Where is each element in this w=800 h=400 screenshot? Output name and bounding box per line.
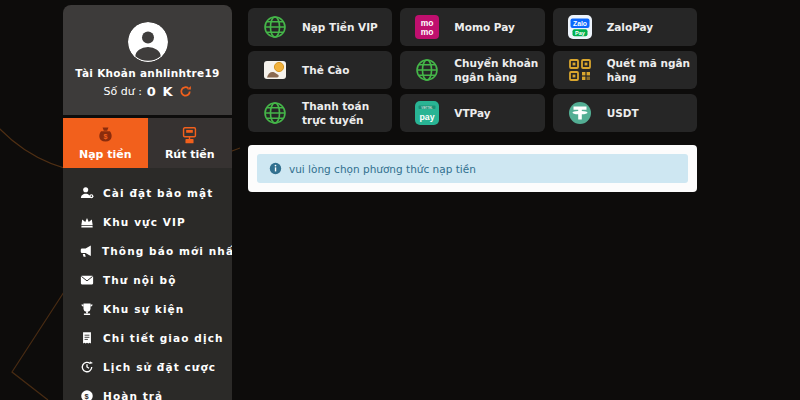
sidebar-item-label: Lịch sử đặt cược <box>103 361 216 373</box>
svg-text:pay: pay <box>420 112 435 122</box>
payment-method-label: Nạp Tiền VIP <box>302 20 378 34</box>
tab-withdraw[interactable]: Rút tiền <box>148 118 233 168</box>
history-icon <box>79 360 94 374</box>
deposit-icon: $ <box>96 126 115 145</box>
user-cog-icon <box>79 186 94 200</box>
info-icon <box>269 162 282 175</box>
main-content: Nạp Tiền VIPmomoMomo PayZaloPayZaloPayTh… <box>248 8 697 192</box>
alert-text: vui lòng chọn phương thức nạp tiền <box>289 163 476 175</box>
globe-icon <box>414 57 440 83</box>
payment-method-label: Quét mã ngân hàng <box>607 56 691 84</box>
momo-icon: momo <box>414 15 440 39</box>
refresh-balance-icon[interactable] <box>179 85 192 98</box>
payment-method-vip-deposit[interactable]: Nạp Tiền VIP <box>248 8 392 46</box>
dollar-icon: $ <box>79 389 94 400</box>
sidebar-item-bet-history[interactable]: Lịch sử đặt cược <box>79 352 232 381</box>
sidebar-item-rebate[interactable]: $Hoàn trả <box>79 381 232 400</box>
account-name: Tài Khoản anhlinhtre19 <box>75 67 219 79</box>
tab-label: Nạp tiền <box>79 148 132 161</box>
sidebar-menu: Cài đặt bảo mậtKhu vực VIPThông báo mới … <box>63 168 232 400</box>
usdt-icon <box>567 101 593 125</box>
globe-icon <box>262 14 288 40</box>
megaphone-icon <box>79 244 93 258</box>
payment-method-label: VTPay <box>454 106 490 120</box>
payment-method-usdt[interactable]: USDT <box>553 94 697 132</box>
balance-row: Số dư : 0 K <box>103 84 191 99</box>
svg-text:Zalo: Zalo <box>573 20 587 27</box>
balance-label: Số dư : <box>103 85 141 98</box>
zalopay-icon: ZaloPay <box>567 15 593 39</box>
svg-text:Pay: Pay <box>575 30 586 36</box>
payment-method-label: ZaloPay <box>607 20 654 34</box>
payment-method-bank-qr[interactable]: Quét mã ngân hàng <box>553 51 697 89</box>
avatar <box>128 22 168 62</box>
payment-method-label: Thanh toán trực tuyến <box>302 99 386 127</box>
info-alert: vui lòng chọn phương thức nạp tiền <box>257 154 688 183</box>
svg-text:mo: mo <box>421 27 434 37</box>
tab-label: Rút tiền <box>165 148 215 161</box>
payment-method-momo-pay[interactable]: momoMomo Pay <box>400 8 544 46</box>
sidebar-item-label: Khu vực VIP <box>103 216 186 228</box>
receipt-icon <box>79 331 94 345</box>
payment-method-label: Momo Pay <box>454 20 515 34</box>
card-icon <box>262 59 288 81</box>
envelope-icon <box>79 273 94 287</box>
svg-text:$: $ <box>103 132 107 140</box>
sidebar-item-label: Khu sự kiện <box>103 303 184 315</box>
sidebar: Tài Khoản anhlinhtre19 Số dư : 0 K $Nạp … <box>63 5 232 400</box>
payment-method-label: Thẻ Cào <box>302 63 349 77</box>
sidebar-item-security-settings[interactable]: Cài đặt bảo mật <box>79 178 232 207</box>
sidebar-item-label: Thông báo mới nhất <box>102 245 232 257</box>
qr-icon <box>567 59 593 81</box>
tab-deposit[interactable]: $Nạp tiền <box>63 118 148 168</box>
payment-method-label: Chuyển khoản ngân hàng <box>454 56 538 84</box>
trophy-icon <box>79 302 94 316</box>
sidebar-item-events[interactable]: Khu sự kiện <box>79 294 232 323</box>
payment-method-label: USDT <box>607 106 639 120</box>
svg-text:VIETTEL: VIETTEL <box>422 106 434 110</box>
crown-icon <box>79 215 94 229</box>
payment-method-bank-transfer[interactable]: Chuyển khoản ngân hàng <box>400 51 544 89</box>
sidebar-tabs: $Nạp tiềnRút tiền <box>63 118 232 168</box>
balance-value: 0 K <box>147 84 174 99</box>
alert-card: vui lòng chọn phương thức nạp tiền <box>248 145 697 192</box>
sidebar-item-inbox[interactable]: Thư nội bộ <box>79 265 232 294</box>
svg-text:$: $ <box>84 391 89 400</box>
payment-method-zalopay[interactable]: ZaloPayZaloPay <box>553 8 697 46</box>
sidebar-item-label: Thư nội bộ <box>103 274 176 286</box>
withdraw-icon <box>180 126 199 145</box>
sidebar-item-label: Chi tiết giao dịch <box>103 332 224 344</box>
account-card: Tài Khoản anhlinhtre19 Số dư : 0 K <box>63 5 232 115</box>
sidebar-item-label: Hoàn trả <box>103 390 163 400</box>
payment-method-online-payment[interactable]: Thanh toán trực tuyến <box>248 94 392 132</box>
sidebar-item-latest-announcements[interactable]: Thông báo mới nhất <box>79 236 232 265</box>
sidebar-item-transaction-details[interactable]: Chi tiết giao dịch <box>79 323 232 352</box>
payment-method-vtpay[interactable]: VIETTELpayVTPay <box>400 94 544 132</box>
payment-method-scratch-card[interactable]: Thẻ Cào <box>248 51 392 89</box>
vtpay-icon: VIETTELpay <box>414 101 440 125</box>
globe-icon <box>262 100 288 126</box>
payment-methods-grid: Nạp Tiền VIPmomoMomo PayZaloPayZaloPayTh… <box>248 8 697 132</box>
sidebar-item-vip-zone[interactable]: Khu vực VIP <box>79 207 232 236</box>
sidebar-item-label: Cài đặt bảo mật <box>103 187 213 199</box>
